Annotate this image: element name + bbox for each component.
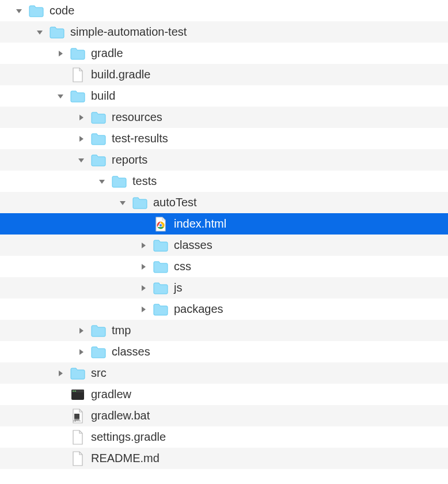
tree-row[interactable]: build: [0, 85, 448, 107]
folder-icon: [91, 323, 106, 338]
file-icon: [70, 430, 85, 445]
svg-marker-12: [142, 243, 146, 248]
folder-icon: [153, 281, 168, 296]
disclosure-down-icon[interactable]: [97, 176, 107, 187]
svg-rect-23: [74, 414, 79, 419]
folder-icon: [153, 302, 168, 317]
batch-file-icon: BATCH: [70, 409, 85, 423]
tree-row[interactable]: test-results: [0, 128, 448, 149]
tree-item-label: reports: [112, 153, 147, 167]
svg-rect-22: [75, 391, 77, 391]
svg-point-11: [160, 224, 162, 226]
tree-item-label: test-results: [112, 132, 168, 145]
folder-icon: [70, 46, 85, 61]
file-icon: [70, 451, 85, 466]
file-icon: [70, 67, 85, 82]
tree-row[interactable]: autoTest: [0, 192, 448, 213]
folder-icon: [50, 25, 64, 40]
svg-marker-7: [99, 180, 105, 184]
tree-item-label: classes: [174, 239, 212, 252]
svg-marker-16: [79, 328, 83, 334]
tree-item-label: code: [50, 4, 74, 17]
tree-row[interactable]: build.gradle: [0, 64, 448, 85]
tree-item-label: simple-automation-test: [70, 25, 187, 39]
tree-item-label: classes: [112, 345, 150, 358]
svg-marker-4: [79, 115, 83, 120]
disclosure-down-icon[interactable]: [14, 6, 24, 16]
svg-marker-1: [37, 31, 43, 35]
disclosure-right-icon[interactable]: [138, 262, 149, 272]
tree-row[interactable]: tmp: [0, 320, 448, 341]
disclosure-down-icon[interactable]: [76, 155, 86, 165]
folder-icon: [91, 345, 106, 360]
tree-row[interactable]: README.md: [0, 448, 448, 469]
disclosure-right-icon[interactable]: [138, 240, 149, 251]
disclosure-down-icon[interactable]: [35, 27, 45, 37]
tree-item-label: src: [91, 366, 107, 380]
disclosure-down-icon[interactable]: [117, 198, 128, 208]
tree-row[interactable]: classes: [0, 235, 448, 256]
tree-item-label: js: [174, 281, 182, 294]
tree-item-label: gradle: [91, 47, 123, 60]
folder-icon: [29, 3, 44, 18]
disclosure-right-icon[interactable]: [138, 304, 149, 315]
tree-row[interactable]: classes: [0, 341, 448, 362]
file-tree: codesimple-automation-testgradlebuild.gr…: [0, 0, 448, 469]
disclosure-right-icon[interactable]: [55, 368, 66, 379]
tree-item-label: build.gradle: [91, 68, 150, 81]
executable-icon: [70, 387, 85, 402]
tree-item-label: css: [174, 260, 191, 273]
tree-row[interactable]: packages: [0, 298, 448, 320]
tree-item-label: packages: [174, 302, 223, 316]
svg-text:BATCH: BATCH: [73, 419, 81, 422]
folder-icon: [153, 259, 168, 274]
svg-marker-6: [78, 158, 84, 162]
svg-marker-18: [59, 370, 63, 376]
folder-icon: [91, 131, 106, 146]
svg-marker-5: [79, 136, 83, 142]
tree-row[interactable]: js: [0, 277, 448, 298]
tree-row[interactable]: index.html: [0, 213, 448, 235]
folder-icon: [70, 89, 85, 104]
disclosure-right-icon[interactable]: [76, 112, 86, 123]
folder-icon: [153, 238, 168, 253]
tree-item-label: tmp: [112, 324, 131, 337]
svg-marker-15: [142, 307, 146, 312]
tree-row[interactable]: src: [0, 362, 448, 384]
svg-marker-2: [59, 51, 63, 56]
svg-marker-3: [58, 94, 63, 99]
tree-item-label: autoTest: [153, 196, 197, 209]
tree-item-label: resources: [112, 111, 162, 124]
svg-rect-21: [73, 391, 74, 391]
tree-row[interactable]: gradlew: [0, 384, 448, 405]
tree-row[interactable]: resources: [0, 107, 448, 128]
disclosure-right-icon[interactable]: [76, 134, 86, 144]
tree-item-label: gradlew: [91, 388, 131, 401]
svg-marker-17: [79, 349, 83, 355]
disclosure-right-icon[interactable]: [55, 48, 66, 59]
disclosure-right-icon[interactable]: [76, 347, 86, 357]
tree-row[interactable]: gradle: [0, 43, 448, 64]
tree-item-label: README.md: [91, 452, 160, 465]
tree-row[interactable]: settings.gradle: [0, 426, 448, 448]
tree-row[interactable]: reports: [0, 149, 448, 171]
folder-icon: [112, 174, 127, 189]
tree-item-label: tests: [132, 175, 157, 188]
disclosure-right-icon[interactable]: [76, 326, 86, 336]
tree-item-label: index.html: [174, 217, 226, 230]
folder-icon: [132, 195, 147, 210]
disclosure-right-icon[interactable]: [138, 283, 149, 293]
disclosure-down-icon[interactable]: [55, 91, 66, 101]
tree-row[interactable]: tests: [0, 171, 448, 192]
tree-item-label: gradlew.bat: [91, 409, 150, 422]
tree-row[interactable]: BATCHgradlew.bat: [0, 405, 448, 426]
folder-icon: [70, 366, 85, 381]
tree-row[interactable]: simple-automation-test: [0, 21, 448, 43]
svg-marker-14: [142, 285, 146, 291]
tree-row[interactable]: code: [0, 0, 448, 21]
svg-marker-13: [142, 264, 146, 270]
folder-icon: [91, 110, 106, 125]
tree-row[interactable]: css: [0, 256, 448, 277]
svg-marker-8: [120, 201, 126, 205]
tree-item-label: build: [91, 89, 115, 103]
